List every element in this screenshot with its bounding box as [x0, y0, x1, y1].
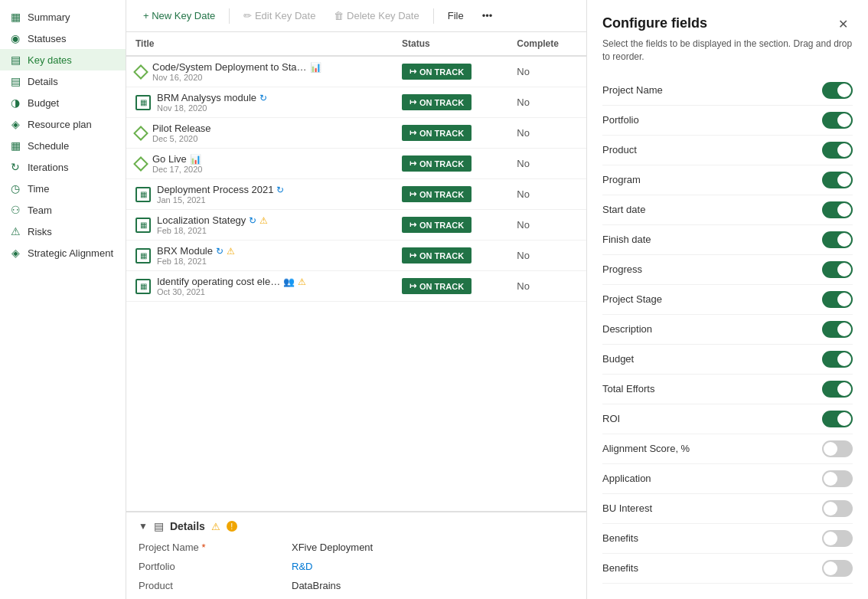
- field-value[interactable]: R&D: [292, 561, 312, 572]
- config-field-name: Benefits: [602, 532, 638, 544]
- more-button[interactable]: •••: [475, 6, 501, 25]
- toggle-slider: [822, 142, 853, 159]
- config-field-name: ROI: [602, 413, 620, 424]
- key-dates-table: Title Status Complete Code/System Deploy…: [126, 32, 586, 302]
- required-marker: *: [201, 542, 205, 553]
- row-date-text: Oct 30, 2021: [157, 287, 306, 296]
- details-field: Project Name * XFive Deployment: [139, 542, 574, 553]
- config-field-name: Start date: [602, 204, 645, 215]
- sidebar-item-budget[interactable]: ◑ Budget: [0, 92, 126, 113]
- config-field-toggle[interactable]: [822, 172, 853, 188]
- people-icon: 👥: [283, 277, 295, 287]
- sidebar-item-statuses[interactable]: ◉ Statuses: [0, 28, 126, 49]
- complete-value: No: [517, 280, 530, 292]
- key-dates-label: Key dates: [28, 54, 72, 66]
- sidebar-item-team[interactable]: ⚇ Team: [0, 199, 126, 221]
- sync-icon: ↻: [249, 215, 256, 226]
- sidebar-item-iterations[interactable]: ↻ Iterations: [0, 156, 126, 178]
- config-field-toggle[interactable]: [822, 201, 853, 218]
- config-fields-list: Project Name Portfolio Product Program S…: [602, 76, 853, 584]
- config-field-toggle[interactable]: [822, 291, 853, 308]
- delete-key-date-button[interactable]: 🗑 Delete Key Date: [326, 6, 426, 25]
- complete-cell: No: [507, 210, 586, 241]
- sidebar-item-risks[interactable]: ⚠ Risks: [0, 221, 126, 242]
- new-key-date-button[interactable]: + New Key Date: [135, 6, 223, 25]
- arrow-icon: ↦: [410, 250, 416, 260]
- config-field-row: Project Name: [602, 76, 853, 106]
- file-button[interactable]: File: [440, 6, 472, 25]
- complete-value: No: [517, 250, 530, 261]
- status-cell: ↦ ON TRACK: [393, 179, 507, 210]
- config-field-toggle[interactable]: [822, 500, 853, 517]
- config-field-toggle[interactable]: [822, 351, 853, 368]
- details-label: Details: [28, 76, 58, 87]
- time-icon: ◷: [9, 182, 21, 195]
- sidebar-item-time[interactable]: ◷ Time: [0, 178, 126, 199]
- title-cell: Pilot Release Dec 5, 2020: [126, 118, 393, 149]
- edit-key-date-button[interactable]: ✏ Edit Key Date: [236, 6, 323, 25]
- sidebar-item-schedule[interactable]: ▦ Schedule: [0, 135, 126, 156]
- status-badge: ↦ ON TRACK: [402, 64, 472, 80]
- table-row[interactable]: Pilot Release Dec 5, 2020 ↦ ON TRACK No: [126, 118, 586, 149]
- sidebar-item-key-dates[interactable]: ▤ Key dates: [0, 49, 126, 70]
- config-field-toggle[interactable]: [822, 381, 853, 398]
- config-field-toggle[interactable]: [822, 560, 853, 577]
- details-field: Product DataBrains: [139, 580, 574, 591]
- status-cell: ↦ ON TRACK: [393, 271, 507, 302]
- config-field-toggle[interactable]: [822, 142, 853, 159]
- table-row[interactable]: ▦ BRM Analysys module ↻ Nov 18, 2020 ↦ O…: [126, 87, 586, 118]
- title-cell: ▦ Localization Stategy ↻⚠ Feb 18, 2021: [126, 210, 393, 241]
- row-date-text: Nov 16, 2020: [152, 73, 321, 82]
- horizontal-scrollbar[interactable]: [126, 302, 586, 308]
- config-close-button[interactable]: ✕: [834, 15, 853, 33]
- row-title-text: Localization Stategy: [157, 214, 246, 226]
- toggle-slider: [822, 351, 853, 368]
- sidebar-item-details[interactable]: ▤ Details: [0, 70, 126, 92]
- calendar-icon: ▦: [135, 279, 151, 294]
- risks-label: Risks: [28, 226, 52, 237]
- table-row[interactable]: ▦ Localization Stategy ↻⚠ Feb 18, 2021 ↦…: [126, 210, 586, 241]
- config-field-name: Alignment Score, %: [602, 443, 690, 454]
- sidebar-item-summary[interactable]: ▦ Summary: [0, 6, 126, 28]
- arrow-icon: ↦: [410, 189, 416, 199]
- sync-icon: ↻: [259, 93, 267, 103]
- warning-icon: ⚠: [227, 246, 235, 257]
- details-field: Portfolio R&D: [139, 561, 574, 572]
- config-field-toggle[interactable]: [822, 321, 853, 338]
- details-header[interactable]: ▼ ▤ Details ⚠ !: [139, 520, 574, 532]
- toggle-slider: [822, 231, 853, 248]
- col-title: Title: [126, 32, 393, 56]
- table-row[interactable]: ▦ Identify operating cost ele… 👥⚠ Oct 30…: [126, 271, 586, 302]
- config-field-toggle[interactable]: [822, 112, 853, 129]
- config-field-toggle[interactable]: [822, 261, 853, 278]
- config-field-row: Finish date: [602, 225, 853, 255]
- table-row[interactable]: Go Live 📊 Dec 17, 2020 ↦ ON TRACK No: [126, 149, 586, 179]
- diamond-icon: [133, 156, 148, 172]
- config-field-row: BU Interest: [602, 494, 853, 524]
- config-field-toggle[interactable]: [822, 470, 853, 487]
- complete-cell: No: [507, 56, 586, 87]
- arrow-icon: ↦: [410, 220, 416, 230]
- sidebar-item-resource-plan[interactable]: ◈ Resource plan: [0, 113, 126, 135]
- table-row[interactable]: Code/System Deployment to Sta… 📊 Nov 16,…: [126, 56, 586, 87]
- sidebar-item-strategic-alignment[interactable]: ◈ Strategic Alignment: [0, 242, 126, 263]
- main-content: + New Key Date ✏ Edit Key Date 🗑 Delete …: [126, 0, 586, 599]
- table-row[interactable]: ▦ Deployment Process 2021 ↻ Jan 15, 2021…: [126, 179, 586, 210]
- toggle-slider: [822, 470, 853, 487]
- config-field-toggle[interactable]: [822, 411, 853, 427]
- details-title: Details: [170, 520, 205, 532]
- config-field-toggle[interactable]: [822, 82, 853, 99]
- config-field-row: Product: [602, 136, 853, 165]
- config-field-name: Description: [602, 323, 652, 335]
- details-fields: Project Name * XFive Deployment Portfoli…: [139, 542, 574, 591]
- status-badge: ↦ ON TRACK: [402, 155, 472, 172]
- config-field-toggle[interactable]: [822, 440, 853, 457]
- title-cell: ▦ BRX Module ↻⚠ Feb 18, 2021: [126, 241, 393, 271]
- config-field-toggle[interactable]: [822, 530, 853, 547]
- table-row[interactable]: ▦ BRX Module ↻⚠ Feb 18, 2021 ↦ ON TRACK …: [126, 241, 586, 271]
- config-field-row: Portfolio: [602, 106, 853, 136]
- toggle-slider: [822, 112, 853, 129]
- title-cell: ▦ BRM Analysys module ↻ Nov 18, 2020: [126, 87, 393, 118]
- config-field-toggle[interactable]: [822, 231, 853, 248]
- budget-label: Budget: [28, 97, 59, 109]
